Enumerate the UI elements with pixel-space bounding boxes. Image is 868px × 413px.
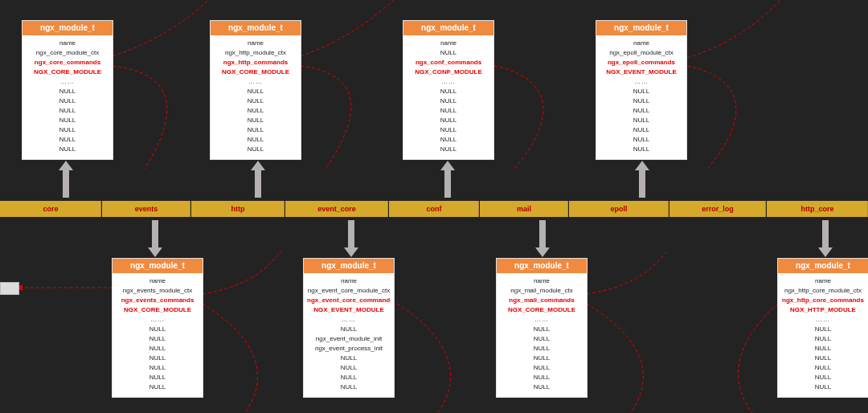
module-body: namengx_event_core_module_ctxngx_event_c… xyxy=(304,273,394,397)
module-row: NULL xyxy=(500,382,583,392)
module-row: NULL xyxy=(600,96,683,106)
module-row: NULL xyxy=(600,135,683,145)
module-row: ngx_core_module_ctx xyxy=(26,48,109,58)
module-header: ngx_module_t xyxy=(596,21,686,35)
module-row: NULL xyxy=(500,363,583,373)
module-row: ngx_http_core_commands xyxy=(781,296,865,305)
top-module-2: ngx_module_tnameNULLngx_conf_commandsNGX… xyxy=(403,21,493,159)
bar-cell-epoll: epoll xyxy=(569,201,669,217)
module-row: NULL xyxy=(214,96,297,106)
module-row: name xyxy=(214,39,297,48)
module-body: namengx_events_module_ctxngx_events_comm… xyxy=(113,273,203,397)
bar-cell-events: events xyxy=(102,201,190,217)
module-row: NULL xyxy=(781,382,865,392)
module-row: NULL xyxy=(781,325,865,334)
module-row: NULL xyxy=(116,354,199,363)
module-row: NULL xyxy=(26,145,109,154)
module-row: name xyxy=(307,276,391,286)
module-row: …… xyxy=(307,315,391,325)
module-row: NULL xyxy=(214,145,297,154)
module-row: NULL xyxy=(600,106,683,116)
bar-cell-error_log: error_log xyxy=(669,201,766,217)
module-row: NGX_CONF_MODULE xyxy=(407,67,490,77)
module-row: NGX_CORE_MODULE xyxy=(26,67,109,77)
module-header: ngx_module_t xyxy=(778,259,868,273)
module-row: NULL xyxy=(26,116,109,125)
module-row: NGX_CORE_MODULE xyxy=(500,305,583,315)
module-body: nameNULLngx_conf_commandsNGX_CONF_MODULE… xyxy=(403,35,493,159)
module-row: NULL xyxy=(307,373,391,382)
module-row: NULL xyxy=(407,135,490,145)
module-row: NULL xyxy=(407,87,490,96)
module-row: name xyxy=(26,39,109,48)
module-row: NGX_CORE_MODULE xyxy=(214,67,297,77)
module-row: NGX_EVENT_MODULE xyxy=(600,67,683,77)
module-row: …… xyxy=(500,315,583,325)
module-row: NULL xyxy=(116,334,199,344)
bottom-module-0: ngx_module_tnamengx_events_module_ctxngx… xyxy=(113,259,203,397)
bar-cell-event_core: event_core xyxy=(285,201,388,217)
module-row: ngx_http_commands xyxy=(214,58,297,67)
module-row: name xyxy=(781,276,865,286)
module-row: NULL xyxy=(307,382,391,392)
module-row: NULL xyxy=(600,125,683,135)
module-body: namengx_epoll_module_ctxngx_epoll_comman… xyxy=(596,35,686,159)
module-row: NULL xyxy=(307,354,391,363)
module-body: namengx_mail_module_ctxngx_mail_commands… xyxy=(497,273,587,397)
module-row: …… xyxy=(26,77,109,87)
module-row: NULL xyxy=(307,363,391,373)
module-row: NULL xyxy=(407,125,490,135)
module-body: namengx_http_module_ctxngx_http_commands… xyxy=(211,35,301,159)
arrow-up xyxy=(59,169,73,198)
module-row: NULL xyxy=(214,87,297,96)
bar-cell-mail: mail xyxy=(480,201,568,217)
module-row: NULL xyxy=(781,363,865,373)
bar-cell-http: http xyxy=(191,201,285,217)
module-row: NULL xyxy=(214,135,297,145)
bottom-module-2: ngx_module_tnamengx_mail_module_ctxngx_m… xyxy=(497,259,587,397)
module-row: NULL xyxy=(600,145,683,154)
module-row: NULL xyxy=(116,344,199,354)
module-row: ngx_epoll_commands xyxy=(600,58,683,67)
module-row: NULL xyxy=(407,48,490,58)
module-row: name xyxy=(500,276,583,286)
module-row: NULL xyxy=(26,125,109,135)
module-row: name xyxy=(407,39,490,48)
module-row: NULL xyxy=(26,87,109,96)
module-header: ngx_module_t xyxy=(304,259,394,273)
module-row: NULL xyxy=(214,106,297,116)
bottom-module-1: ngx_module_tnamengx_event_core_module_ct… xyxy=(304,259,394,397)
module-header: ngx_module_t xyxy=(403,21,493,35)
bar-cell-core: core xyxy=(0,201,101,217)
arrow-up xyxy=(251,169,265,198)
module-row: NULL xyxy=(781,344,865,354)
module-row: NULL xyxy=(26,96,109,106)
module-row: NULL xyxy=(26,135,109,145)
bottom-module-3: ngx_module_tnamengx_http_core_module_ctx… xyxy=(778,259,868,397)
top-module-1: ngx_module_tnamengx_http_module_ctxngx_h… xyxy=(211,21,301,159)
module-row: NULL xyxy=(307,325,391,334)
module-row: NULL xyxy=(781,334,865,344)
module-row: NULL xyxy=(407,116,490,125)
module-row: NULL xyxy=(214,116,297,125)
module-row: ngx_mail_commands xyxy=(500,296,583,305)
module-row: NULL xyxy=(116,325,199,334)
module-row: ngx_event_process_init xyxy=(307,344,391,354)
module-row: NULL xyxy=(26,106,109,116)
top-module-0: ngx_module_tnamengx_core_module_ctxngx_c… xyxy=(23,21,113,159)
module-row: ngx_mail_module_ctx xyxy=(500,286,583,296)
arrow-up xyxy=(440,169,455,198)
module-row: NULL xyxy=(600,116,683,125)
module-row: ngx_event_core_commands xyxy=(307,296,391,305)
module-row: NULL xyxy=(407,145,490,154)
module-row: NGX_HTTP_MODULE xyxy=(781,305,865,315)
module-row: …… xyxy=(407,77,490,87)
module-row: ngx_conf_commands xyxy=(407,58,490,67)
module-row: ngx_event_module_init xyxy=(307,334,391,344)
module-row: …… xyxy=(600,77,683,87)
module-row: NULL xyxy=(500,334,583,344)
module-row: NULL xyxy=(600,87,683,96)
module-header: ngx_module_t xyxy=(211,21,301,35)
module-row: …… xyxy=(214,77,297,87)
module-row: NULL xyxy=(781,373,865,382)
